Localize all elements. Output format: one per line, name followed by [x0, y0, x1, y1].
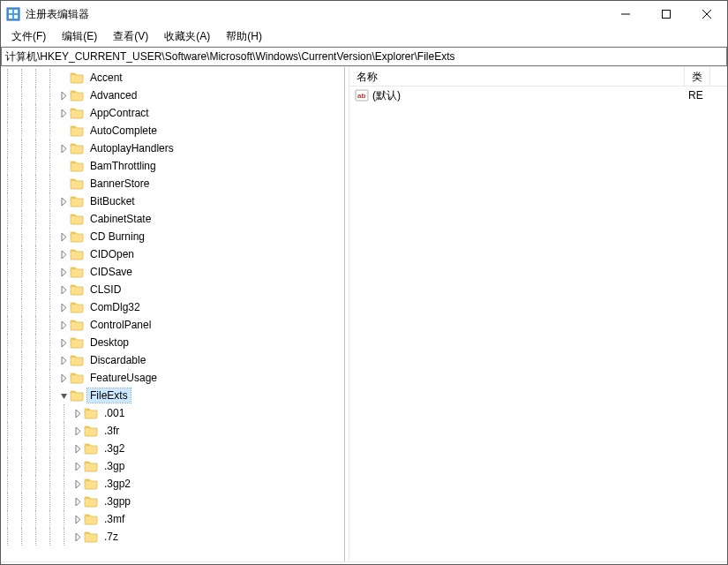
folder-icon [70, 318, 84, 332]
tree-node[interactable]: AutoplayHandlers [1, 139, 344, 157]
address-text: 计算机\HKEY_CURRENT_USER\Software\Microsoft… [5, 49, 454, 64]
tree-node-label: FileExts [87, 388, 131, 403]
chevron-right-icon[interactable] [57, 230, 70, 243]
list-item[interactable]: ab(默认)RE [349, 87, 727, 104]
tree-node[interactable]: AppContract [1, 104, 344, 122]
chevron-right-icon[interactable] [71, 478, 84, 490]
chevron-right-icon[interactable] [71, 407, 84, 419]
column-type[interactable]: 类 [685, 67, 710, 86]
address-bar[interactable]: 计算机\HKEY_CURRENT_USER\Software\Microsoft… [1, 47, 727, 66]
tree-node[interactable]: BamThrottling [1, 157, 344, 175]
folder-icon [70, 88, 84, 102]
maximize-button[interactable] [646, 1, 687, 27]
folder-icon [70, 335, 84, 350]
folder-icon [84, 459, 98, 473]
tree-node[interactable]: .3gp [1, 457, 344, 475]
menu-file[interactable]: 文件(F) [4, 27, 53, 46]
folder-icon [70, 388, 84, 403]
chevron-right-icon[interactable] [71, 495, 84, 508]
folder-icon [84, 406, 98, 420]
folder-icon [70, 71, 84, 85]
minimize-button[interactable] [605, 1, 646, 27]
chevron-right-icon[interactable] [57, 336, 70, 349]
chevron-right-icon[interactable] [57, 319, 70, 331]
chevron-down-icon[interactable] [57, 389, 70, 402]
tree-node[interactable]: CD Burning [1, 228, 344, 245]
tree-node-label: CabinetState [87, 212, 154, 226]
tree-pane[interactable]: AccentAdvancedAppContractAutoCompleteAut… [1, 67, 345, 561]
tree-node[interactable]: ComDlg32 [1, 298, 344, 316]
statusbar-area [1, 561, 727, 564]
menu-edit[interactable]: 编辑(E) [55, 27, 104, 46]
chevron-right-icon[interactable] [57, 372, 70, 384]
tree-node[interactable]: .3g2 [1, 440, 344, 457]
tree-node[interactable]: .3gp2 [1, 475, 344, 493]
chevron-right-icon[interactable] [57, 107, 70, 119]
column-name[interactable]: 名称 [349, 67, 685, 86]
app-icon [6, 7, 20, 21]
svg-rect-3 [9, 15, 12, 19]
folder-icon [70, 159, 84, 173]
menubar: 文件(F) 编辑(E) 查看(V) 收藏夹(A) 帮助(H) [1, 27, 727, 47]
tree-node[interactable]: AutoComplete [1, 122, 344, 139]
tree-node[interactable]: BannerStore [1, 175, 344, 192]
folder-icon [70, 282, 84, 297]
tree-node[interactable]: CIDOpen [1, 245, 344, 263]
chevron-right-icon[interactable] [57, 266, 70, 278]
tree-node[interactable]: .7z [1, 528, 344, 546]
chevron-right-icon[interactable] [57, 283, 70, 296]
tree-node[interactable]: CIDSave [1, 263, 344, 281]
tree-node[interactable]: Accent [1, 69, 344, 87]
tree-node-label: BamThrottling [87, 159, 159, 173]
folder-icon [84, 424, 98, 438]
tree-node[interactable]: FileExts [1, 387, 344, 404]
tree-node-label: .3gpp [101, 494, 133, 508]
chevron-right-icon[interactable] [57, 89, 70, 102]
tree-node[interactable]: .001 [1, 404, 344, 422]
folder-icon [70, 212, 84, 226]
menu-help[interactable]: 帮助(H) [219, 27, 269, 46]
tree-node[interactable]: CabinetState [1, 210, 344, 228]
menu-view[interactable]: 查看(V) [106, 27, 155, 46]
chevron-right-icon[interactable] [57, 354, 70, 366]
tree-node-label: ControlPanel [87, 318, 154, 332]
chevron-right-icon[interactable] [71, 425, 84, 437]
tree-node-label: CLSID [87, 282, 124, 297]
tree-node-label: CIDOpen [87, 247, 137, 261]
tree-node-label: FeatureUsage [87, 371, 160, 385]
tree-node[interactable]: ControlPanel [1, 316, 344, 334]
svg-text:ab: ab [357, 92, 365, 100]
chevron-right-icon[interactable] [71, 531, 84, 543]
value-name: (默认) [372, 88, 688, 103]
close-button[interactable] [687, 1, 727, 27]
folder-icon [84, 512, 98, 526]
tree-node[interactable]: CLSID [1, 281, 344, 298]
chevron-right-icon[interactable] [71, 513, 84, 525]
tree-node[interactable]: .3fr [1, 422, 344, 440]
expander-placeholder [57, 160, 70, 172]
folder-icon [70, 300, 84, 314]
chevron-right-icon[interactable] [57, 142, 70, 154]
tree-node[interactable]: Desktop [1, 334, 344, 351]
tree-node[interactable]: .3mf [1, 510, 344, 528]
tree-node[interactable]: .3gpp [1, 493, 344, 510]
folder-icon [70, 353, 84, 367]
folder-icon [70, 247, 84, 261]
tree-node[interactable]: FeatureUsage [1, 369, 344, 387]
chevron-right-icon[interactable] [71, 442, 84, 455]
chevron-right-icon[interactable] [71, 460, 84, 472]
menu-favorites[interactable]: 收藏夹(A) [157, 27, 217, 46]
tree-node[interactable]: Discardable [1, 351, 344, 369]
tree-node[interactable]: Advanced [1, 87, 344, 104]
chevron-right-icon[interactable] [57, 301, 70, 313]
expander-placeholder [57, 124, 70, 137]
chevron-right-icon[interactable] [57, 195, 70, 207]
tree-node-label: Accent [87, 71, 125, 85]
tree-node[interactable]: BitBucket [1, 192, 344, 210]
chevron-right-icon[interactable] [57, 248, 70, 260]
values-pane[interactable]: 名称 类 ab(默认)RE [349, 67, 727, 561]
svg-rect-2 [14, 10, 18, 13]
folder-icon [70, 265, 84, 279]
window-controls [605, 1, 727, 27]
content-area: AccentAdvancedAppContractAutoCompleteAut… [1, 66, 727, 561]
